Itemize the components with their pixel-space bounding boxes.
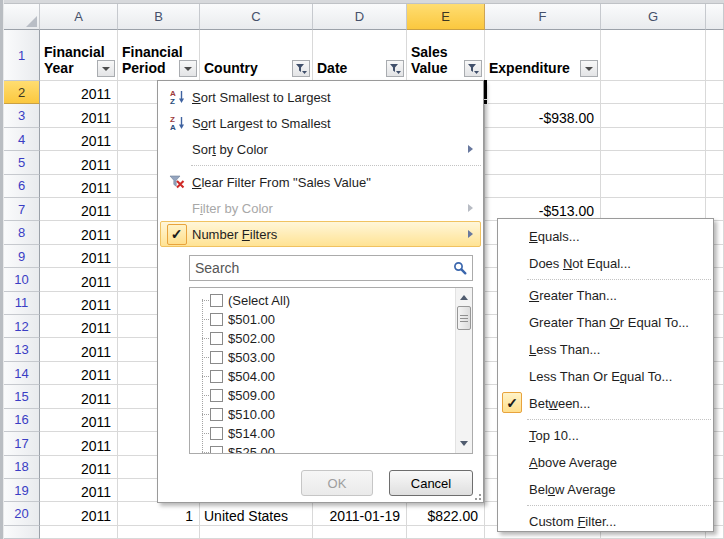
column-header-G[interactable]: G <box>601 4 706 30</box>
ok-button[interactable]: OK <box>301 470 373 496</box>
cell-A9[interactable]: 2011 <box>40 245 118 268</box>
cell-A8[interactable]: 2011 <box>40 221 118 244</box>
cell-A16[interactable]: 2011 <box>40 409 118 432</box>
cell-A19[interactable]: 2011 <box>40 479 118 502</box>
cell-A17[interactable]: 2011 <box>40 432 118 455</box>
cell-A2[interactable]: 2011 <box>40 81 118 104</box>
filter-button-E-funnel[interactable] <box>464 60 482 77</box>
filter-value-option[interactable]: $503.00 <box>194 348 472 367</box>
cell-A12[interactable]: 2011 <box>40 315 118 338</box>
cell-F4[interactable] <box>485 128 601 151</box>
checkbox-icon[interactable] <box>210 427 223 440</box>
cell-B20[interactable]: 1 <box>118 502 200 525</box>
cancel-button[interactable]: Cancel <box>389 470 473 496</box>
cell-partial[interactable] <box>40 526 118 539</box>
row-header-2[interactable]: 2 <box>4 81 40 104</box>
cell-H25[interactable] <box>706 151 724 174</box>
checkbox-icon[interactable] <box>210 294 223 307</box>
checkbox-icon[interactable] <box>210 351 223 364</box>
column-header-E[interactable]: E <box>407 4 485 30</box>
submenu-item-less-than-or-equal-to[interactable]: Less Than Or Equal To... <box>498 363 713 390</box>
row-header-15[interactable]: 15 <box>4 385 40 408</box>
cell-A7[interactable]: 2011 <box>40 198 118 221</box>
header-cell-H2[interactable] <box>706 30 724 81</box>
filter-button-C-funnel[interactable] <box>292 60 310 77</box>
column-header-C[interactable]: C <box>200 4 313 30</box>
filter-value-option[interactable]: $510.00 <box>194 405 472 424</box>
filter-button-D-funnel[interactable] <box>386 60 404 77</box>
scrollbar-thumb[interactable] <box>457 306 471 330</box>
filter-button-F-arrow[interactable] <box>580 60 598 77</box>
cell-A14[interactable]: 2011 <box>40 362 118 385</box>
filter-value-option[interactable]: (Select All) <box>194 291 472 310</box>
cell-F2[interactable] <box>485 81 601 104</box>
filter-value-option[interactable]: $509.00 <box>194 386 472 405</box>
filter-value-option[interactable]: $501.00 <box>194 310 472 329</box>
cell-partial[interactable] <box>313 526 407 539</box>
cell-A13[interactable]: 2011 <box>40 338 118 361</box>
scroll-up-icon[interactable] <box>460 295 468 300</box>
cell-A3[interactable]: 2011 <box>40 104 118 127</box>
header-cell-C[interactable]: Country <box>200 30 313 81</box>
row-header-14[interactable]: 14 <box>4 362 40 385</box>
row-header-13[interactable]: 13 <box>4 338 40 361</box>
row-header-5[interactable]: 5 <box>4 151 40 174</box>
column-header-A[interactable]: A <box>40 4 118 30</box>
row-header-12[interactable]: 12 <box>4 315 40 338</box>
cell-partial[interactable] <box>407 526 485 539</box>
checkbox-icon[interactable] <box>210 446 223 454</box>
cell-A10[interactable]: 2011 <box>40 268 118 291</box>
row-header-16[interactable]: 16 <box>4 409 40 432</box>
cell-H23[interactable] <box>706 104 724 127</box>
header-cell-G[interactable] <box>601 30 706 81</box>
menu-item-sort-largest-to-smallest[interactable]: ZASort Largest to Smallest <box>160 110 481 136</box>
row-header-6[interactable]: 6 <box>4 175 40 198</box>
header-cell-F[interactable]: Expenditure <box>485 30 601 81</box>
menu-item-sort-smallest-to-largest[interactable]: AZSort Smallest to Largest <box>160 84 481 110</box>
filter-button-B-arrow[interactable] <box>179 60 197 77</box>
menu-item-clear-filter-from-sales-value[interactable]: Clear Filter From "Sales Value" <box>160 169 481 195</box>
row-header-8[interactable]: 8 <box>4 221 40 244</box>
cell-A15[interactable]: 2011 <box>40 385 118 408</box>
cell-F3[interactable]: -$938.00 <box>485 104 601 127</box>
header-cell-B[interactable]: Financial Period <box>118 30 200 81</box>
column-header-D[interactable]: D <box>313 4 407 30</box>
row-header-1[interactable]: 1 <box>4 30 40 81</box>
header-cell-E[interactable]: Sales Value <box>407 30 485 81</box>
submenu-item-above-average[interactable]: Above Average <box>498 449 713 476</box>
checkbox-icon[interactable] <box>210 408 223 421</box>
row-header-10[interactable]: 10 <box>4 268 40 291</box>
column-header-B[interactable]: B <box>118 4 200 30</box>
cell-F6[interactable] <box>485 175 601 198</box>
checkbox-icon[interactable] <box>210 313 223 326</box>
filter-value-option[interactable]: $514.00 <box>194 424 472 443</box>
cell-F5[interactable] <box>485 151 601 174</box>
search-input[interactable] <box>189 255 473 281</box>
checkbox-icon[interactable] <box>210 389 223 402</box>
filter-value-option[interactable]: $504.00 <box>194 367 472 386</box>
resize-grip[interactable] <box>471 490 481 500</box>
header-cell-A[interactable]: Financial Year <box>40 30 118 81</box>
submenu-item-below-average[interactable]: Below Average <box>498 476 713 503</box>
row-header-3[interactable]: 3 <box>4 104 40 127</box>
header-cell-D[interactable]: Date <box>313 30 407 81</box>
filter-value-option[interactable]: $525.00 <box>194 443 472 454</box>
submenu-item-less-than[interactable]: Less Than... <box>498 336 713 363</box>
checkbox-icon[interactable] <box>210 332 223 345</box>
row-header-4[interactable]: 4 <box>4 128 40 151</box>
cell-partial[interactable] <box>118 526 200 539</box>
cell-G4[interactable] <box>601 128 706 151</box>
cell-C20[interactable]: United States <box>200 502 313 525</box>
cell-E20[interactable]: $822.00 <box>407 502 485 525</box>
checkbox-icon[interactable] <box>210 370 223 383</box>
cell-H22[interactable] <box>706 81 724 104</box>
row-header-20[interactable]: 20 <box>4 502 40 525</box>
scroll-down-icon[interactable] <box>460 441 468 446</box>
column-header-F[interactable]: F <box>485 4 601 30</box>
row-header-17[interactable]: 17 <box>4 432 40 455</box>
submenu-item-custom-filter[interactable]: Custom Filter... <box>498 508 713 535</box>
select-all-corner[interactable] <box>4 4 40 30</box>
cell-A18[interactable]: 2011 <box>40 456 118 479</box>
submenu-item-does-not-equal[interactable]: Does Not Equal... <box>498 250 713 277</box>
cell-G6[interactable] <box>601 175 706 198</box>
